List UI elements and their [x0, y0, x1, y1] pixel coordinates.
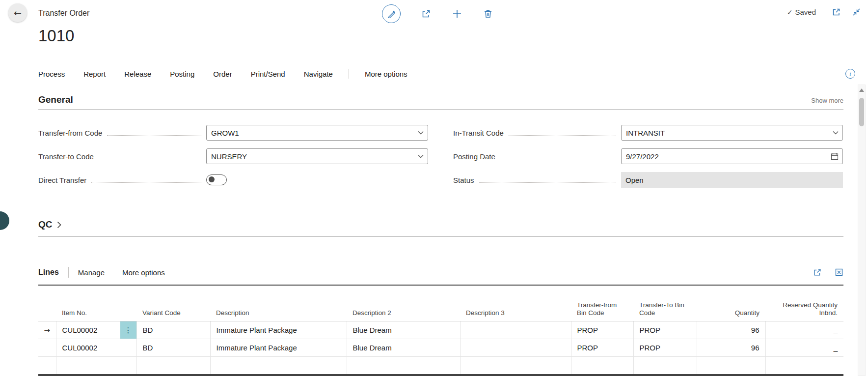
row-selector-cell[interactable] [38, 357, 56, 375]
dropdown-chevron-icon[interactable] [418, 154, 424, 158]
menu-item-order[interactable]: Order [213, 70, 232, 78]
from-bin-cell[interactable]: PROP [571, 321, 633, 339]
description-3-cell[interactable] [460, 339, 571, 357]
open-in-new-icon [832, 7, 841, 17]
item-no-cell[interactable]: CUL00002 [56, 339, 136, 357]
variant-code-cell[interactable] [136, 357, 210, 375]
field-transfer-to-code: Transfer-to Code [38, 148, 428, 164]
menu-item-process[interactable]: Process [38, 70, 65, 78]
show-more-button[interactable]: Show more [811, 97, 843, 105]
menu-item-release[interactable]: Release [124, 70, 151, 78]
to-bin-cell[interactable]: PROP [633, 339, 697, 357]
reserved-quantity-cell[interactable]: _ [765, 321, 843, 339]
description-cell[interactable] [210, 357, 347, 375]
variant-code-cell[interactable]: BD [136, 321, 210, 339]
scrollbar-thumb[interactable] [859, 98, 864, 126]
lines-share-button[interactable] [813, 268, 822, 277]
lines-icons [813, 268, 843, 277]
direct-transfer-toggle[interactable] [206, 174, 227, 185]
window-controls: ✓ Saved [787, 7, 861, 17]
chevron-right-icon [57, 221, 61, 229]
description-2-cell[interactable]: Blue Dream [347, 321, 460, 339]
dropdown-chevron-icon[interactable] [418, 131, 424, 135]
status-value: Open [621, 172, 843, 188]
from-bin-cell[interactable] [571, 357, 633, 375]
collapse-button[interactable] [852, 7, 861, 17]
transfer-to-code-input[interactable] [206, 148, 428, 164]
col-transfer-from-bin[interactable]: Transfer-from Bin Code [571, 285, 633, 321]
item-no-cell[interactable]: CUL00002 ⋮ [56, 321, 136, 339]
menu-item-navigate[interactable]: Navigate [304, 70, 333, 78]
col-description-3[interactable]: Description 3 [460, 285, 571, 321]
col-variant-code[interactable]: Variant Code [136, 285, 210, 321]
lines-header-row: Item No. Variant Code Description Descri… [38, 285, 843, 321]
share-icon [421, 9, 431, 19]
line-row-2: CUL00002 BD Immature Plant Package Blue … [38, 339, 843, 357]
posting-date-input[interactable] [621, 148, 843, 164]
col-item-no[interactable]: Item No. [56, 285, 136, 321]
field-label: Transfer-to Code [38, 152, 94, 161]
calendar-icon[interactable] [831, 152, 839, 160]
menu-more-options[interactable]: More options [365, 70, 407, 78]
row-arrow-icon: → [44, 326, 50, 335]
edge-bubble [0, 211, 9, 230]
open-in-excel-icon [835, 268, 843, 277]
variant-code-cell[interactable]: BD [136, 339, 210, 357]
menu-item-print-send[interactable]: Print/Send [251, 70, 285, 78]
description-cell[interactable]: Immature Plant Package [210, 321, 347, 339]
dotted-leader [99, 159, 201, 159]
description-2-cell[interactable] [347, 357, 460, 375]
field-label: Posting Date [453, 152, 495, 161]
menu-item-report[interactable]: Report [83, 70, 106, 78]
col-description-2[interactable]: Description 2 [347, 285, 460, 321]
open-in-excel-button[interactable] [835, 268, 843, 277]
reserved-quantity-cell[interactable] [765, 357, 843, 375]
in-transit-code-input[interactable] [621, 125, 843, 141]
to-bin-cell[interactable]: PROP [633, 321, 697, 339]
col-reserved-quantity[interactable]: Reserved Quantity Inbnd. [765, 285, 843, 321]
transfer-from-code-input[interactable] [206, 125, 428, 141]
new-button[interactable] [452, 8, 462, 19]
description-3-cell[interactable] [460, 321, 571, 339]
reserved-quantity-cell[interactable]: _ [765, 339, 843, 357]
col-transfer-to-bin[interactable]: Transfer-To Bin Code [633, 285, 697, 321]
quantity-cell[interactable]: 96 [697, 321, 765, 339]
col-description[interactable]: Description [210, 285, 347, 321]
info-button[interactable]: i [845, 69, 855, 79]
menu-divider [349, 69, 349, 79]
cell-assist-button[interactable]: ⋮ [120, 321, 136, 339]
edit-button[interactable] [382, 4, 401, 23]
general-fields-right: In-Transit Code Posting Date [453, 125, 843, 188]
delete-button[interactable] [483, 9, 493, 19]
field-label: In-Transit Code [453, 129, 504, 137]
field-label: Status [453, 176, 474, 184]
share-button[interactable] [421, 9, 431, 19]
qc-section-title: QC [38, 219, 53, 230]
trash-icon [483, 9, 493, 19]
menu-item-posting[interactable]: Posting [170, 70, 194, 78]
item-no-cell[interactable] [56, 357, 136, 375]
open-in-new-window-button[interactable] [832, 7, 841, 17]
page-content: General Show more Transfer-from Code Tra… [38, 85, 843, 375]
edit-pencil-icon [387, 10, 396, 18]
description-3-cell[interactable] [460, 357, 571, 375]
dropdown-chevron-icon[interactable] [833, 131, 839, 135]
vertical-scrollbar[interactable] [858, 85, 866, 376]
back-button[interactable]: ← [8, 3, 27, 22]
qc-section-header[interactable]: QC [38, 219, 843, 236]
row-selector-cell[interactable]: → [38, 321, 56, 339]
description-cell[interactable]: Immature Plant Package [210, 339, 347, 357]
row-selector-cell[interactable] [38, 339, 56, 357]
lines-more-options[interactable]: More options [122, 268, 165, 277]
general-fields-left: Transfer-from Code Transfer-to Code [38, 125, 428, 188]
quantity-cell[interactable]: 96 [697, 339, 765, 357]
col-quantity[interactable]: Quantity [697, 285, 765, 321]
qc-section: QC [38, 219, 843, 236]
to-bin-cell[interactable] [633, 357, 697, 375]
from-bin-cell[interactable]: PROP [571, 339, 633, 357]
description-2-cell[interactable]: Blue Dream [347, 339, 460, 357]
scrollbar-up-icon[interactable] [859, 88, 864, 92]
lines-manage-button[interactable]: Manage [78, 268, 105, 277]
line-row-1: → CUL00002 ⋮ BD Immature Plant Package B… [38, 321, 843, 339]
quantity-cell[interactable] [697, 357, 765, 375]
